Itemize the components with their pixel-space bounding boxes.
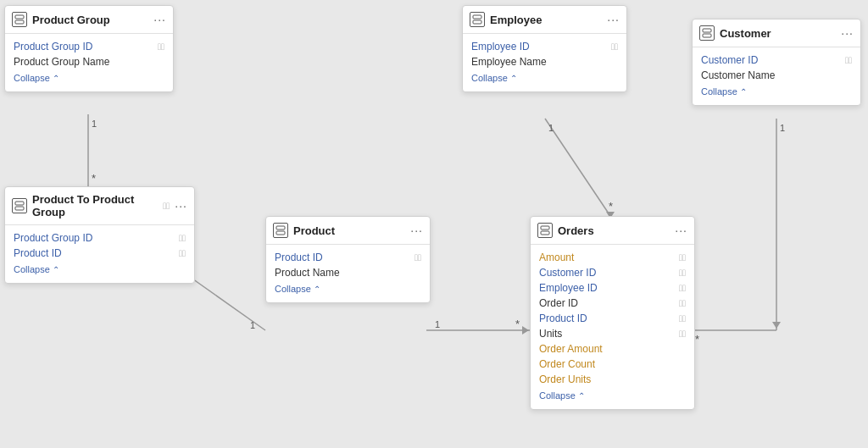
svg-text:*: * xyxy=(609,200,613,213)
hidden-icon: 👁̸ xyxy=(679,268,686,278)
hidden-icon: 👁̸ xyxy=(679,283,686,293)
product-group-body: Product Group ID 👁̸ Product Group Name C… xyxy=(5,34,173,91)
collapse-link[interactable]: Collapse xyxy=(275,280,421,299)
field-row: Employee Name xyxy=(471,54,618,69)
table-icon xyxy=(12,198,27,213)
field-row: Product Name xyxy=(275,265,421,280)
hidden-icon: 👁̸ xyxy=(679,313,686,324)
collapse-link[interactable]: Collapse xyxy=(701,83,852,102)
collapse-link[interactable]: Collapse xyxy=(539,387,686,406)
collapse-link[interactable]: Collapse xyxy=(14,261,186,279)
svg-rect-26 xyxy=(276,231,285,235)
svg-marker-20 xyxy=(772,322,781,329)
field-name: Employee ID xyxy=(471,41,606,53)
hidden-icon: 👁̸ xyxy=(415,252,421,263)
field-row: Customer ID 👁̸ xyxy=(539,265,686,280)
table-customer-header: Customer ··· xyxy=(693,19,860,47)
table-orders: Orders ··· Amount 👁̸ Customer ID 👁̸ Empl… xyxy=(530,216,695,410)
field-row: Order Count xyxy=(539,357,686,372)
hidden-icon: 👁̸ xyxy=(163,201,170,211)
svg-rect-30 xyxy=(703,34,711,37)
field-name: Employee ID xyxy=(539,282,674,294)
svg-rect-32 xyxy=(541,231,549,235)
hidden-icon: 👁̸ xyxy=(158,41,164,52)
orders-body: Amount 👁̸ Customer ID 👁̸ Employee ID 👁̸ … xyxy=(531,245,694,409)
customer-title: Customer xyxy=(720,27,836,40)
table-icon xyxy=(699,25,715,41)
table-employee: Employee ··· Employee ID 👁̸ Employee Nam… xyxy=(462,5,627,92)
more-menu-icon[interactable]: ··· xyxy=(175,199,187,213)
field-row: Product ID 👁̸ xyxy=(14,246,186,261)
svg-text:1: 1 xyxy=(435,319,440,329)
field-name: Order ID xyxy=(539,297,674,309)
field-row: Customer Name xyxy=(701,68,852,83)
table-product-header: Product ··· xyxy=(266,217,430,245)
svg-rect-31 xyxy=(541,226,549,230)
field-name: Employee Name xyxy=(471,56,618,68)
field-row: Product ID 👁̸ xyxy=(275,250,421,265)
collapse-link[interactable]: Collapse xyxy=(14,69,164,88)
field-name: Amount xyxy=(539,252,674,263)
more-menu-icon[interactable]: ··· xyxy=(607,13,620,26)
product-group-title: Product Group xyxy=(32,14,148,26)
field-name: Customer Name xyxy=(701,69,852,81)
field-name: Product ID xyxy=(14,247,174,259)
field-name: Product ID xyxy=(539,312,674,324)
ptpg-title: Product To Product Group xyxy=(32,193,158,218)
table-employee-header: Employee ··· xyxy=(463,6,626,34)
ptpg-body: Product Group ID 👁̸ Product ID 👁̸ Collap… xyxy=(5,225,194,283)
svg-rect-25 xyxy=(276,226,285,230)
svg-text:1: 1 xyxy=(780,123,785,133)
hidden-icon: 👁̸ xyxy=(845,55,852,65)
svg-text:*: * xyxy=(695,333,699,346)
collapse-link[interactable]: Collapse xyxy=(471,69,618,88)
field-name: Product Group ID xyxy=(14,41,153,53)
field-name: Customer ID xyxy=(539,267,674,279)
svg-marker-11 xyxy=(522,326,529,335)
field-row: Units 👁̸ xyxy=(539,326,686,341)
svg-rect-22 xyxy=(15,20,24,24)
svg-rect-27 xyxy=(473,15,481,19)
table-icon xyxy=(12,12,27,27)
table-customer: Customer ··· Customer ID 👁̸ Customer Nam… xyxy=(692,19,861,106)
more-menu-icon[interactable]: ··· xyxy=(841,26,854,40)
svg-rect-24 xyxy=(15,207,24,210)
field-name: Units xyxy=(539,328,674,340)
field-row: Product Group ID 👁̸ xyxy=(14,39,164,54)
more-menu-icon[interactable]: ··· xyxy=(410,224,423,237)
table-product-to-product-group: Product To Product Group 👁̸ ··· Product … xyxy=(4,186,195,284)
table-orders-header: Orders ··· xyxy=(531,217,694,245)
product-body: Product ID 👁̸ Product Name Collapse xyxy=(266,245,430,302)
hidden-icon: 👁̸ xyxy=(679,252,686,263)
more-menu-icon[interactable]: ··· xyxy=(153,13,166,26)
field-name: Customer ID xyxy=(701,54,840,66)
field-name: Order Count xyxy=(539,358,686,370)
hidden-icon: 👁̸ xyxy=(679,329,686,339)
table-product-group-header: Product Group ··· xyxy=(5,6,173,34)
product-title: Product xyxy=(293,224,405,237)
svg-rect-23 xyxy=(15,202,24,205)
field-name: Order Amount xyxy=(539,343,686,355)
field-row: Employee ID 👁̸ xyxy=(539,280,686,296)
table-icon xyxy=(537,223,553,238)
field-row: Customer ID 👁̸ xyxy=(701,53,852,68)
field-name: Product Name xyxy=(275,267,421,279)
hidden-icon: 👁̸ xyxy=(679,298,686,308)
svg-text:*: * xyxy=(515,318,520,330)
field-name: Order Units xyxy=(539,373,686,385)
field-row: Order ID 👁̸ xyxy=(539,296,686,311)
field-row: Order Amount xyxy=(539,341,686,357)
customer-body: Customer ID 👁̸ Customer Name Collapse xyxy=(693,47,860,105)
svg-line-12 xyxy=(545,119,610,216)
field-row: Employee ID 👁̸ xyxy=(471,39,618,54)
field-row: Product Group ID 👁̸ xyxy=(14,230,186,246)
more-menu-icon[interactable]: ··· xyxy=(675,224,687,237)
table-product-group: Product Group ··· Product Group ID 👁̸ Pr… xyxy=(4,5,174,92)
svg-rect-28 xyxy=(473,20,481,24)
field-name: Product Group ID xyxy=(14,232,174,244)
svg-text:1: 1 xyxy=(250,320,255,330)
svg-rect-21 xyxy=(15,15,24,19)
orders-title: Orders xyxy=(558,224,670,237)
table-icon xyxy=(273,223,288,238)
field-row: Amount 👁̸ xyxy=(539,250,686,265)
